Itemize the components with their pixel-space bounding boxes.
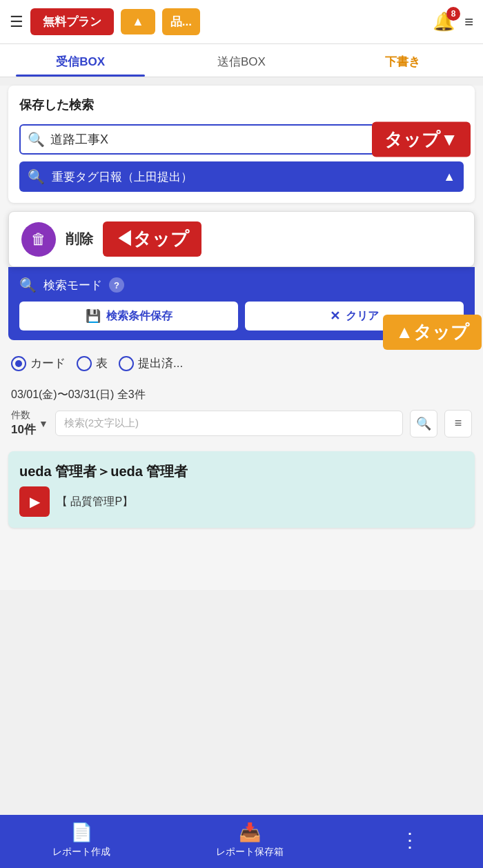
x-icon: ✕ <box>330 308 340 324</box>
play-button[interactable]: ▶ <box>19 486 50 517</box>
main-content: 保存した検索 🔍 道路工事X タップ▼ 🔍 重要タグ日報（上田提出） ▲ 🗑 削… <box>0 86 483 590</box>
search-card: 保存した検索 🔍 道路工事X タップ▼ 🔍 重要タグ日報（上田提出） ▲ <box>8 86 475 203</box>
delete-label: 削除 <box>66 230 93 248</box>
radio-table-label: 表 <box>96 355 108 371</box>
plan-button[interactable]: 無料プラン <box>30 8 114 35</box>
magnify-icon: 🔍 <box>416 416 431 431</box>
chevron-up-button[interactable]: ▲ <box>443 170 455 184</box>
tap-right-label[interactable]: タップ▼ <box>372 122 471 157</box>
question-badge[interactable]: ? <box>109 277 124 293</box>
radio-submit-label: 提出済... <box>138 355 183 371</box>
filter-row: カード 表 提出済... <box>0 346 483 381</box>
create-report-icon: 📄 <box>70 822 92 843</box>
delete-popup: 🗑 削除 ◀タップ <box>8 211 475 267</box>
dropdown-text: 重要タグ日報（上田提出） <box>52 169 193 185</box>
save-search-label: 検索条件保存 <box>106 309 172 324</box>
search-input-wrapper: 🔍 道路工事X タップ▼ <box>19 124 464 155</box>
tab-inbox[interactable]: 受信BOX <box>0 44 161 77</box>
search-mode-label: 検索モード <box>43 277 102 293</box>
tap-down-label[interactable]: ▲タップ <box>383 315 482 350</box>
create-report-label: レポート作成 <box>52 846 110 858</box>
search-mode-row: 🔍 検索モード ? <box>19 277 464 293</box>
notification-badge: 8 <box>446 7 460 21</box>
count-value: 10件 <box>11 422 36 437</box>
count-dropdown-arrow: ▼ <box>39 418 48 429</box>
trash-icon: 🗑 <box>31 230 46 248</box>
lines-icon: ≡ <box>455 416 462 431</box>
bottom-nav-save[interactable]: 📥 レポート保存箱 <box>216 822 284 858</box>
result-card-desc: 【 品質管理P】 <box>57 495 133 509</box>
triangle-button[interactable]: ▲ <box>121 9 155 34</box>
tab-bar: 受信BOX 送信BOX 下書き <box>0 44 483 77</box>
bottom-nav: 📄 レポート作成 📥 レポート保存箱 ⋮ <box>0 815 483 868</box>
result-card: ueda 管理者＞ueda 管理者 ▶ 【 品質管理P】 <box>8 451 475 528</box>
save-icon: 💾 <box>86 308 101 324</box>
delete-circle-button[interactable]: 🗑 <box>21 222 56 257</box>
hamburger-left-icon[interactable]: ☰ <box>10 13 23 31</box>
bottom-nav-create[interactable]: 📄 レポート作成 <box>52 822 110 858</box>
bottom-spacer <box>0 535 483 590</box>
more-menu-icon[interactable]: ⋮ <box>389 829 431 851</box>
radio-submit[interactable]: 提出済... <box>119 355 183 371</box>
save-search-button[interactable]: 💾 検索条件保存 <box>19 302 238 331</box>
search-icon-row1: 🔍 <box>28 131 45 148</box>
radio-card[interactable]: カード <box>11 355 66 371</box>
nav-left: ☰ 無料プラン ▲ 品... <box>10 8 200 35</box>
dropdown-left: 🔍 重要タグ日報（上田提出） <box>28 168 193 185</box>
save-report-label: レポート保存箱 <box>216 846 284 858</box>
tab-sent[interactable]: 送信BOX <box>161 44 322 77</box>
tab-draft[interactable]: 下書き <box>322 44 483 77</box>
radio-table-circle <box>77 356 92 371</box>
product-button[interactable]: 品... <box>162 8 200 35</box>
search-card-title: 保存した検索 <box>19 97 464 113</box>
radio-group: カード 表 提出済... <box>11 355 183 371</box>
search-icon-dropdown: 🔍 <box>28 168 45 185</box>
bell-wrapper[interactable]: 🔔 8 <box>433 11 455 32</box>
nav-right: 🔔 8 ≡ <box>433 11 473 32</box>
search-button-icon[interactable]: 🔍 <box>410 410 437 437</box>
tap-left-label[interactable]: ◀タップ <box>103 221 201 257</box>
blue-section: 🔍 検索モード ? 💾 検索条件保存 ✕ クリア ▲タップ <box>8 267 475 340</box>
date-range-text: 03/01(金)〜03/31(日) 全3件 <box>11 388 146 400</box>
radio-card-circle <box>11 356 26 371</box>
clear-label: クリア <box>346 309 379 324</box>
play-icon: ▶ <box>30 493 40 510</box>
search-mode-icon: 🔍 <box>19 277 37 293</box>
search-bar-row: 件数 10件 ▼ 検索(2文字以上) 🔍 ≡ <box>0 402 483 444</box>
radio-card-label: カード <box>30 355 66 371</box>
radio-table[interactable]: 表 <box>77 355 108 371</box>
search-dropdown-row[interactable]: 🔍 重要タグ日報（上田提出） ▲ <box>19 161 464 192</box>
top-nav: ☰ 無料プラン ▲ 品... 🔔 8 ≡ <box>0 0 483 44</box>
result-card-title: ueda 管理者＞ueda 管理者 <box>19 462 464 481</box>
radio-submit-circle <box>119 356 134 371</box>
result-card-sub: ▶ 【 品質管理P】 <box>19 486 464 517</box>
date-row: 03/01(金)〜03/31(日) 全3件 <box>0 381 483 402</box>
count-dropdown[interactable]: 件数 10件 ▼ <box>11 409 48 437</box>
count-label: 件数 <box>11 409 36 422</box>
filter-button-icon[interactable]: ≡ <box>444 410 472 437</box>
hamburger-right-icon[interactable]: ≡ <box>464 13 473 31</box>
save-report-icon: 📥 <box>239 822 261 843</box>
keyword-search-input[interactable]: 検索(2文字以上) <box>55 411 403 436</box>
